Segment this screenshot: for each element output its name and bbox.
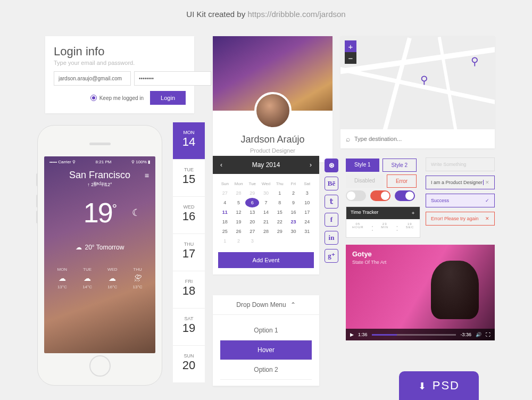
- calendar-day[interactable]: 2: [287, 188, 301, 198]
- day-item[interactable]: WED16: [173, 197, 205, 234]
- calendar-day[interactable]: 16: [287, 207, 301, 217]
- video-progress[interactable]: [372, 334, 456, 336]
- calendar-day[interactable]: 6: [245, 198, 259, 207]
- calendar-day[interactable]: 2: [232, 236, 246, 246]
- dribbble-icon[interactable]: ⊛: [325, 159, 338, 172]
- calendar-day[interactable]: 8: [273, 198, 287, 207]
- volume-icon[interactable]: 🔊: [476, 332, 481, 337]
- destination-input[interactable]: [354, 136, 489, 142]
- googleplus-icon[interactable]: g⁺: [325, 249, 338, 263]
- calendar-day[interactable]: 28: [259, 227, 273, 236]
- calendar-day[interactable]: 10: [300, 198, 314, 207]
- calendar-day[interactable]: 23: [287, 217, 301, 227]
- calendar-day[interactable]: 28: [232, 188, 246, 198]
- status-time: 8:21 PM: [96, 160, 112, 164]
- zoom-out[interactable]: −: [345, 52, 356, 64]
- calendar-day[interactable]: 9: [287, 198, 301, 207]
- dropdown-option[interactable]: Option 1: [220, 321, 312, 340]
- calendar-day[interactable]: 15: [273, 207, 287, 217]
- day-item[interactable]: SAT19: [173, 309, 205, 346]
- cal-prev[interactable]: ‹: [220, 161, 222, 169]
- calendar-day[interactable]: 29: [273, 227, 287, 236]
- style1-button[interactable]: Style 1: [346, 159, 379, 172]
- calendar-day[interactable]: 3: [245, 236, 259, 246]
- weather-screen: ••••• Carrier ⚲8:21 PM⚲ 100% ▮ ≡ San Fra…: [44, 156, 155, 353]
- calendar-day[interactable]: 27: [218, 188, 232, 198]
- calendar-day[interactable]: 18: [218, 217, 232, 227]
- day-item[interactable]: TUE15: [173, 160, 205, 197]
- calendar-day[interactable]: 1: [273, 188, 287, 198]
- forecast-day: WED☁16°C: [107, 267, 118, 289]
- forecast-day: THU⛈13°C: [133, 267, 143, 289]
- timer-minutes: 23MIN: [381, 222, 388, 233]
- calendar-day[interactable]: 14: [259, 207, 273, 217]
- calendar-day[interactable]: 27: [245, 227, 259, 236]
- style2-button[interactable]: Style 2: [383, 159, 417, 172]
- dropdown-option[interactable]: Option 2: [220, 360, 312, 380]
- credit-link[interactable]: https://dribbble.com/jardson: [247, 10, 345, 19]
- facebook-icon[interactable]: f: [325, 213, 338, 227]
- calendar-day[interactable]: 3: [300, 188, 314, 198]
- input-success: Success✓: [426, 194, 495, 207]
- calendar-day: [259, 236, 273, 246]
- input-placeholder[interactable]: Write Something: [426, 157, 495, 171]
- add-event-button[interactable]: Add Event: [218, 252, 314, 268]
- day-item[interactable]: THU17: [173, 234, 205, 271]
- behance-icon[interactable]: Bē: [325, 177, 338, 190]
- calendar-day[interactable]: 24: [300, 217, 314, 227]
- switch-off[interactable]: [346, 190, 366, 201]
- zoom-in[interactable]: +: [345, 40, 356, 52]
- profile-cover: [213, 36, 332, 111]
- calendar-day[interactable]: 13: [245, 207, 259, 217]
- email-input[interactable]: [54, 71, 131, 86]
- calendar-day[interactable]: 22: [273, 217, 287, 227]
- play-icon[interactable]: ▶: [350, 332, 354, 337]
- twitter-icon[interactable]: 𝕥: [325, 195, 338, 209]
- calendar-day[interactable]: 7: [259, 198, 273, 207]
- calendar-day[interactable]: 21: [259, 217, 273, 227]
- error-button[interactable]: Error: [387, 174, 417, 188]
- status-battery: ⚲ 100% ▮: [131, 160, 150, 164]
- calendar-day[interactable]: 1: [218, 236, 232, 246]
- fullscreen-icon[interactable]: ⛶: [486, 332, 491, 337]
- calendar-day[interactable]: 25: [218, 227, 232, 236]
- keep-logged-in[interactable]: Keep me logged in: [90, 95, 144, 101]
- login-button[interactable]: Login: [150, 91, 186, 105]
- calendar-day[interactable]: 4: [218, 198, 232, 207]
- today-label: Today: [49, 181, 150, 186]
- timer-add-icon[interactable]: ＋: [411, 210, 415, 216]
- password-input[interactable]: [134, 71, 211, 86]
- day-item[interactable]: FRI18: [173, 271, 205, 309]
- linkedin-icon[interactable]: in: [325, 231, 338, 245]
- map-canvas[interactable]: +− ⚲ ⚲: [340, 36, 495, 129]
- video-artwork: [431, 261, 479, 319]
- clear-icon[interactable]: ✕: [485, 180, 489, 185]
- calendar-day[interactable]: 20: [245, 217, 259, 227]
- calendar-day[interactable]: 11: [218, 207, 232, 217]
- calendar-day[interactable]: 31: [300, 227, 314, 236]
- timer-title: Time Tracker: [351, 210, 378, 216]
- calendar-day[interactable]: 30: [259, 188, 273, 198]
- calendar-day[interactable]: 26: [232, 227, 246, 236]
- city-name: San Francisco: [49, 170, 150, 181]
- cal-next[interactable]: ›: [310, 161, 312, 169]
- calendar-day[interactable]: 5: [232, 198, 246, 207]
- menu-icon[interactable]: ≡: [145, 171, 149, 180]
- calendar-day[interactable]: 29: [245, 188, 259, 198]
- switch-error[interactable]: [370, 190, 390, 201]
- login-card: Login info Type your email and password.…: [45, 36, 194, 113]
- dropdown-title[interactable]: Drop Down Menu⌃: [213, 295, 319, 315]
- input-filled[interactable]: I am a Product Designer✕: [426, 176, 495, 189]
- disabled-button: Disabled: [346, 174, 384, 188]
- calendar-day[interactable]: 30: [287, 227, 301, 236]
- calendar-day: [300, 236, 314, 246]
- credit-line: UI Kit created by https://dribbble.com/j…: [0, 0, 532, 25]
- day-item[interactable]: SUN20: [173, 346, 205, 383]
- calendar-day[interactable]: 17: [300, 207, 314, 217]
- calendar-day[interactable]: 19: [232, 217, 246, 227]
- calendar-day[interactable]: 12: [232, 207, 246, 217]
- day-item[interactable]: MON14: [173, 122, 205, 160]
- switch-on[interactable]: [395, 190, 415, 201]
- download-psd-button[interactable]: PSD: [399, 371, 479, 400]
- dropdown-option[interactable]: Hover: [220, 340, 312, 360]
